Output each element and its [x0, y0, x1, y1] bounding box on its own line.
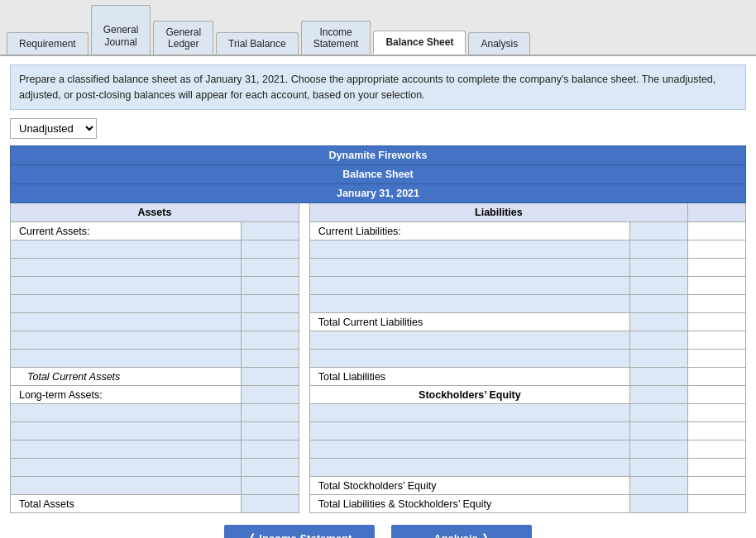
tab-requirement[interactable]: Requirement	[7, 32, 89, 55]
total-stockholders-equity-row: Total Stockholders’ Equity	[11, 477, 746, 495]
lt-asset-input-2[interactable]	[16, 426, 236, 437]
lt-asset-input-1[interactable]	[16, 407, 236, 419]
table-title: Balance Sheet	[11, 165, 746, 184]
asset-input-3[interactable]	[16, 280, 236, 292]
liab-amount-5[interactable]	[635, 335, 682, 346]
equity-amount-1[interactable]	[635, 407, 682, 419]
lt-asset-amount-4[interactable]	[246, 462, 294, 474]
company-name: Dynamite Fireworks	[11, 146, 746, 165]
table-row	[11, 350, 746, 368]
instruction-box: Prepare a classified balance sheet as of…	[10, 64, 746, 111]
current-assets-label: Current Assets:	[11, 222, 242, 240]
lt-asset-amount-2[interactable]	[246, 426, 294, 437]
tab-analysis[interactable]: Analysis	[468, 32, 530, 55]
dropdown-row: Unadjusted Adjusted Post-closing	[10, 118, 746, 139]
equity-input-2[interactable]	[315, 426, 624, 437]
asset-amount-3[interactable]	[246, 280, 294, 292]
lt-asset-amount-5[interactable]	[246, 480, 294, 492]
stockholders-equity-header: Stockholders’ Equity	[309, 386, 629, 404]
total-current-assets-row total-liabilities-row: Total Current Assets Total Liabilities	[11, 368, 746, 386]
table-row	[11, 440, 746, 459]
asset-input-6[interactable]	[16, 335, 236, 346]
equity-amount-4[interactable]	[635, 462, 682, 474]
liab-amount-6[interactable]	[635, 353, 682, 364]
balance-type-dropdown[interactable]: Unadjusted Adjusted Post-closing	[10, 118, 97, 139]
table-row	[11, 295, 746, 313]
tab-general-ledger[interactable]: GeneralLedger	[153, 21, 213, 55]
next-button[interactable]: Analysis ❭	[391, 525, 532, 538]
long-term-assets-row stockholders-equity-row: Long-term Assets: Stockholders’ Equity	[11, 386, 746, 404]
asset-amount-1[interactable]	[246, 244, 294, 255]
asset-amount-6[interactable]	[246, 335, 294, 346]
current-assets-value-1	[241, 222, 299, 240]
prev-button[interactable]: ❬ Income Statement	[224, 525, 376, 538]
asset-input-1[interactable]	[16, 244, 236, 255]
equity-amount-2[interactable]	[635, 426, 682, 437]
lt-asset-input-5[interactable]	[16, 480, 236, 492]
liab-amount-4[interactable]	[635, 298, 682, 310]
lt-asset-input-3[interactable]	[16, 444, 236, 455]
main-content: Prepare a classified balance sheet as of…	[0, 56, 756, 538]
balance-sheet-table: Dynamite Fireworks Balance Sheet January…	[10, 145, 746, 513]
long-term-assets-label: Long-term Assets:	[11, 386, 242, 404]
tab-balance-sheet[interactable]: Balance Sheet	[373, 31, 466, 55]
tab-trial-balance[interactable]: Trial Balance	[216, 32, 299, 55]
asset-input-7[interactable]	[16, 353, 236, 364]
total-stockholders-equity-label: Total Stockholders’ Equity	[309, 477, 629, 495]
table-date: January 31, 2021	[11, 184, 746, 203]
asset-amount-2[interactable]	[246, 262, 294, 274]
assets-header: Assets	[11, 203, 299, 222]
table-row	[11, 459, 746, 477]
table-row	[11, 404, 746, 422]
lt-asset-input-4[interactable]	[16, 462, 236, 474]
nav-buttons: ❬ Income Statement Analysis ❭	[10, 513, 746, 538]
table-row	[11, 240, 746, 259]
tab-income-statement[interactable]: IncomeStatement	[301, 21, 371, 55]
asset-input-2[interactable]	[16, 262, 236, 274]
asset-input-5[interactable]	[16, 317, 236, 328]
total-assets-label: Total Assets	[11, 495, 242, 513]
asset-amount-7[interactable]	[246, 353, 294, 364]
total-current-liabilities-row: Total Current Liabilities	[11, 313, 746, 331]
current-liabilities-value-1	[630, 222, 688, 240]
equity-input-3[interactable]	[315, 444, 624, 455]
table-row	[11, 259, 746, 277]
equity-amount-3[interactable]	[635, 444, 682, 455]
total-current-liabilities-label: Total Current Liabilities	[309, 313, 629, 331]
total-liabilities-equity-label: Total Liabilities & Stockholders’ Equity	[309, 495, 629, 513]
liab-input-3[interactable]	[315, 280, 624, 292]
liab-amount-2[interactable]	[635, 262, 682, 274]
total-liabilities-label: Total Liabilities	[309, 368, 629, 386]
liab-input-2[interactable]	[315, 262, 624, 274]
table-row	[11, 422, 746, 440]
liab-amount-3[interactable]	[635, 280, 682, 292]
tabs-bar: Requirement GeneralJournal GeneralLedger…	[0, 0, 756, 56]
asset-amount-5[interactable]	[246, 317, 294, 328]
equity-input-1[interactable]	[315, 407, 624, 419]
liab-input-6[interactable]	[315, 353, 624, 364]
total-assets-row total-liabilities-equity-row: Total Assets Total Liabilities & Stockho…	[11, 495, 746, 513]
table-row	[11, 331, 746, 350]
liabilities-header: Liabilities	[309, 203, 687, 222]
liab-input-5[interactable]	[315, 335, 624, 346]
liab-amount-1[interactable]	[635, 244, 682, 255]
liab-input-4[interactable]	[315, 298, 624, 310]
asset-input-4[interactable]	[16, 298, 236, 310]
current-liabilities-label: Current Liabilities:	[309, 222, 629, 240]
equity-input-4[interactable]	[315, 462, 624, 474]
total-current-assets-label: Total Current Assets	[11, 368, 242, 386]
table-row	[11, 277, 746, 295]
lt-asset-amount-1[interactable]	[246, 407, 294, 419]
lt-asset-amount-3[interactable]	[246, 444, 294, 455]
liab-input-1[interactable]	[315, 244, 624, 255]
tab-general-journal[interactable]: GeneralJournal	[91, 5, 151, 55]
asset-amount-4[interactable]	[246, 298, 294, 310]
